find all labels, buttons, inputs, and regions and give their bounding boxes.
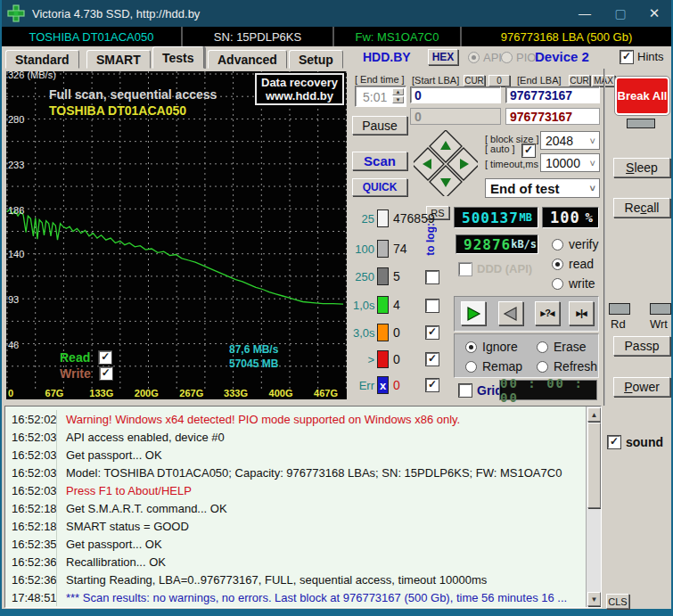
write-mode-label: write xyxy=(569,276,595,291)
defect-action-group: Ignore Erase Remap Refresh xyxy=(454,333,599,378)
block-size-select[interactable]: 2048 ˅ xyxy=(540,131,600,150)
spin-up-icon[interactable]: ▲ xyxy=(392,88,404,95)
log-3s-checkbox[interactable] xyxy=(426,326,439,339)
tab-advanced[interactable]: Advanced xyxy=(208,50,287,69)
graph-model-label: TOSHIBA DT01ACA050 xyxy=(49,103,186,118)
chevron-down-icon: ˅ xyxy=(590,136,595,146)
device-label[interactable]: Device 2 xyxy=(535,49,589,64)
chevron-down-icon: ˅ xyxy=(590,183,595,193)
tab-standard[interactable]: Standard xyxy=(5,50,79,69)
start-lba-input[interactable]: 0 xyxy=(410,86,501,103)
read-checkbox[interactable] xyxy=(99,351,111,364)
quick-button[interactable]: QUICK xyxy=(352,178,407,196)
log-scrollbar[interactable]: ▲ ▼ xyxy=(586,407,601,607)
log-area[interactable]: 16:52:02Warning! Windows x64 detected! P… xyxy=(4,406,602,608)
pause-button[interactable]: Pause xyxy=(352,116,407,135)
auto-label: [ auto ] xyxy=(485,144,515,154)
swatch-100ms xyxy=(377,240,389,258)
pio-label: PIO xyxy=(516,51,536,64)
read-speed-line xyxy=(7,209,343,305)
skip-defect-button[interactable]: ▸?◂ xyxy=(535,301,560,325)
scroll-up-icon[interactable]: ▲ xyxy=(587,407,601,422)
minimize-button[interactable]: — xyxy=(570,0,600,27)
log-250ms-checkbox[interactable] xyxy=(426,271,439,283)
grid-checkbox[interactable] xyxy=(459,384,472,397)
app-window: Victoria 4.73b SSD, http://hdd.by — ▢ ✕ … xyxy=(0,0,673,616)
log-entry: 16:52:36Starting Reading, LBA=0..9767731… xyxy=(5,571,601,588)
swatch-error: x xyxy=(377,376,389,394)
ignore-radio[interactable] xyxy=(465,341,477,353)
cls-button[interactable]: CLS xyxy=(606,594,629,609)
scan-button[interactable]: Scan xyxy=(352,152,407,170)
timeout-value: 10000 xyxy=(546,156,580,170)
histogram-row: 3,0s0 xyxy=(353,324,400,341)
read-radio[interactable] xyxy=(552,259,563,270)
x-tick-label: 67G xyxy=(45,388,64,398)
scrollbar-thumb[interactable] xyxy=(587,423,601,508)
power-button[interactable]: Power xyxy=(613,377,670,397)
passport-button[interactable]: Passp xyxy=(613,336,670,356)
position-display: 500137MB xyxy=(454,207,538,228)
close-button[interactable]: ✕ xyxy=(639,0,669,27)
graph-canvas xyxy=(6,71,347,399)
block-size-value: 2048 xyxy=(546,134,573,148)
verify-radio[interactable] xyxy=(552,239,563,251)
end-time-label: [ End time ] xyxy=(355,74,405,85)
start-lba-zero-button[interactable]: 0 xyxy=(488,75,510,86)
scroll-down-icon[interactable]: ▼ xyxy=(587,592,601,606)
y-tick-label: 93 xyxy=(8,294,19,305)
drive-model: TOSHIBA DT01ACA050 xyxy=(2,27,183,46)
erase-radio[interactable] xyxy=(537,341,548,353)
y-tick-label: 186 xyxy=(8,205,24,216)
log-error-checkbox[interactable] xyxy=(426,379,439,391)
y-tick-label: 280 xyxy=(8,114,24,125)
sleep-label: leep xyxy=(634,160,657,175)
sleep-button[interactable]: Sleep xyxy=(613,158,670,177)
end-lba-current: 976773167 xyxy=(505,108,600,125)
right-button-column: Break All Sleep Recall Rd Wrt Passp Powe… xyxy=(603,69,671,406)
histogram-row: 1,0s4 xyxy=(353,296,400,314)
end-time-spinner[interactable]: 5:01 ▲▼ xyxy=(355,86,406,107)
erase-label: Erase xyxy=(554,340,587,354)
log-1s-checkbox[interactable] xyxy=(426,300,439,312)
timeout-select[interactable]: 10000 ˅ xyxy=(540,153,600,172)
log-entry: 16:52:36Recallibration... OK xyxy=(5,553,601,571)
reverse-button[interactable] xyxy=(498,301,523,325)
graph-title: Full scan, sequential access xyxy=(49,87,217,102)
remap-radio[interactable] xyxy=(465,361,477,373)
go-to-end-button[interactable]: ▸|◂ xyxy=(569,301,594,325)
play-button[interactable] xyxy=(461,301,486,325)
start-lba-cur-button[interactable]: CUR xyxy=(464,75,485,86)
maximize-button[interactable]: ▢ xyxy=(605,0,636,27)
go-to-end-icon: ▸|◂ xyxy=(576,308,586,319)
write-radio[interactable] xyxy=(552,278,563,290)
jog-pad[interactable] xyxy=(414,130,478,196)
recall-button[interactable]: Recall xyxy=(613,198,670,218)
log-entry: 16:52:03Press F1 to About/HELP xyxy=(5,481,601,499)
tab-tests[interactable]: Tests xyxy=(152,46,204,69)
auto-checkbox[interactable] xyxy=(522,144,535,157)
hints-checkbox[interactable] xyxy=(620,51,633,63)
current-position: 57045 MB xyxy=(229,357,278,370)
tab-bar: Standard SMART Tests Advanced Setup HDD.… xyxy=(2,46,671,69)
break-all-button[interactable]: Break All xyxy=(615,77,669,115)
end-of-test-select[interactable]: End of test ˅ xyxy=(485,178,600,198)
refresh-radio[interactable] xyxy=(537,361,548,373)
hex-button[interactable]: HEX xyxy=(428,49,458,65)
hints-label: Hints xyxy=(637,50,664,63)
x-tick-label: 467G xyxy=(314,388,338,398)
end-of-test-value: End of test xyxy=(490,181,560,196)
tab-setup[interactable]: Setup xyxy=(289,50,343,69)
read-led xyxy=(609,303,630,315)
sound-checkbox[interactable] xyxy=(608,436,620,448)
site-link[interactable]: HDD.BY xyxy=(363,50,411,64)
tab-smart[interactable]: SMART xyxy=(86,50,151,69)
spin-down-icon[interactable]: ▼ xyxy=(392,96,404,103)
y-tick-label: 46 xyxy=(8,340,19,350)
write-checkbox[interactable] xyxy=(100,367,112,380)
log-entry: 16:52:18SMART status = GOOD xyxy=(5,517,601,535)
log-timeout-checkbox[interactable] xyxy=(426,353,439,365)
end-lba-cur-button[interactable]: CUR xyxy=(569,75,590,86)
read-mode-label: read xyxy=(569,257,594,271)
end-lba-input[interactable]: 976773167 xyxy=(505,86,600,103)
